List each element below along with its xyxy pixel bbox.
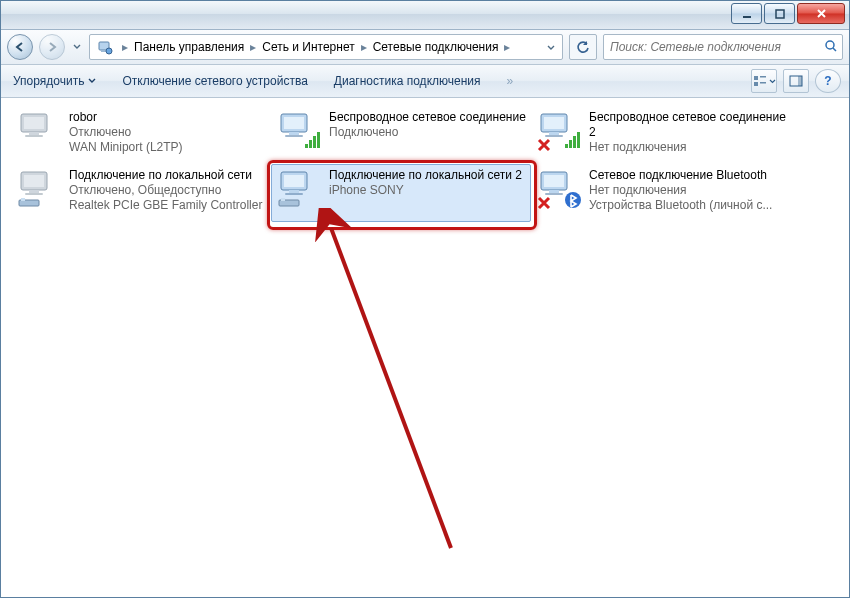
connection-item[interactable]: Беспроводное сетевое соединениеПодключен… [271, 106, 531, 164]
help-icon: ? [824, 74, 831, 88]
breadcrumb-separator: ▸ [500, 40, 514, 54]
forward-button[interactable] [39, 34, 65, 60]
breadcrumb-item-2[interactable]: Сетевые подключения [371, 40, 501, 54]
connection-item[interactable]: Сетевое подключение BluetoothНет подключ… [531, 164, 791, 222]
connection-status: Подключено [329, 125, 527, 140]
svg-rect-35 [25, 193, 43, 195]
back-button[interactable] [7, 34, 33, 60]
svg-rect-45 [544, 175, 564, 187]
maximize-icon [775, 9, 785, 19]
svg-rect-46 [549, 190, 559, 193]
svg-rect-47 [545, 193, 563, 195]
connection-text: Беспроводное сетевое соединение 2Нет под… [589, 110, 787, 155]
help-button[interactable]: ? [815, 69, 841, 93]
address-bar[interactable]: ▸ Панель управления ▸ Сеть и Интернет ▸ … [89, 34, 563, 60]
preview-pane-button[interactable] [783, 69, 809, 93]
search-box[interactable] [603, 34, 843, 60]
svg-rect-14 [29, 132, 39, 135]
explorer-window: ▸ Панель управления ▸ Сеть и Интернет ▸ … [0, 0, 850, 598]
breadcrumb-separator: ▸ [246, 40, 260, 54]
preview-pane-icon [789, 75, 803, 87]
breadcrumb-separator: ▸ [357, 40, 371, 54]
svg-rect-27 [545, 135, 563, 137]
svg-rect-6 [754, 76, 758, 80]
svg-rect-17 [284, 117, 304, 129]
chevron-down-icon [73, 44, 81, 50]
chevron-down-icon [547, 45, 555, 51]
disable-device-label: Отключение сетевого устройства [122, 74, 307, 88]
svg-rect-33 [24, 175, 44, 187]
svg-rect-18 [289, 132, 299, 135]
connection-name: robor [69, 110, 267, 125]
svg-rect-39 [284, 175, 304, 187]
svg-rect-11 [798, 76, 802, 86]
connection-text: Сетевое подключение BluetoothНет подключ… [589, 168, 787, 213]
connection-text: Подключение по локальной сетиОтключено, … [69, 168, 267, 213]
chevron-down-icon [769, 79, 776, 84]
arrow-left-icon [14, 41, 26, 53]
connection-device: iPhone SONY [329, 183, 527, 198]
connection-status: Нет подключения [589, 183, 787, 198]
svg-rect-40 [289, 190, 299, 193]
connection-name: Подключение по локальной сети [69, 168, 267, 183]
view-options-button[interactable] [751, 69, 777, 93]
svg-rect-23 [317, 132, 320, 148]
svg-rect-19 [285, 135, 303, 137]
connection-text: Беспроводное сетевое соединениеПодключен… [329, 110, 527, 140]
network-icon [275, 168, 323, 212]
svg-rect-29 [569, 140, 572, 148]
breadcrumb-separator: ▸ [118, 40, 132, 54]
network-icon [535, 110, 583, 154]
overflow-label: » [507, 74, 514, 88]
connection-item[interactable]: Подключение по локальной сетиОтключено, … [11, 164, 271, 222]
connection-name: Беспроводное сетевое соединение [329, 110, 527, 125]
svg-rect-25 [544, 117, 564, 129]
svg-rect-15 [25, 135, 43, 137]
command-bar: Упорядочить Отключение сетевого устройст… [1, 65, 849, 98]
diagnose-button[interactable]: Диагностика подключения [330, 72, 485, 90]
svg-rect-20 [305, 144, 308, 148]
toolbar-overflow[interactable]: » [503, 72, 518, 90]
connection-item[interactable]: Подключение по локальной сети 2iPhone SO… [271, 164, 531, 222]
breadcrumb-item-1[interactable]: Сеть и Интернет [260, 40, 356, 54]
svg-rect-7 [760, 76, 766, 78]
arrow-right-icon [46, 41, 58, 53]
svg-rect-37 [21, 198, 25, 201]
search-icon [824, 39, 838, 56]
connection-device: Realtek PCIe GBE Family Controller [69, 198, 267, 213]
organize-menu[interactable]: Упорядочить [9, 72, 100, 90]
svg-point-5 [826, 41, 834, 49]
connection-text: roborОтключеноWAN Miniport (L2TP) [69, 110, 267, 155]
disable-device-button[interactable]: Отключение сетевого устройства [118, 72, 311, 90]
svg-rect-31 [577, 132, 580, 148]
diagnose-label: Диагностика подключения [334, 74, 481, 88]
history-dropdown[interactable] [71, 35, 83, 59]
network-icon [275, 110, 323, 154]
minimize-icon [742, 9, 752, 19]
connection-item[interactable]: Беспроводное сетевое соединение 2Нет под… [531, 106, 791, 164]
breadcrumb-item-0[interactable]: Панель управления [132, 40, 246, 54]
maximize-button[interactable] [764, 3, 795, 24]
connection-name: Беспроводное сетевое соединение 2 [589, 110, 787, 140]
connection-item[interactable]: roborОтключеноWAN Miniport (L2TP) [11, 106, 271, 164]
svg-rect-41 [285, 193, 303, 195]
connection-status: Отключено, Общедоступно [69, 183, 267, 198]
network-icon [15, 168, 63, 212]
close-icon [816, 8, 827, 19]
svg-rect-30 [573, 136, 576, 148]
close-button[interactable] [797, 3, 845, 24]
svg-rect-28 [565, 144, 568, 148]
refresh-button[interactable] [569, 34, 597, 60]
address-dropdown[interactable] [542, 40, 560, 54]
svg-rect-8 [754, 82, 758, 86]
svg-rect-21 [309, 140, 312, 148]
connections-view: roborОтключеноWAN Miniport (L2TP) Беспро… [1, 98, 849, 230]
refresh-icon [576, 40, 590, 54]
connection-name: Подключение по локальной сети 2 [329, 168, 527, 183]
svg-rect-13 [24, 117, 44, 129]
minimize-button[interactable] [731, 3, 762, 24]
network-icon [535, 168, 583, 212]
search-input[interactable] [608, 39, 824, 55]
network-folder-icon [96, 38, 114, 56]
svg-point-4 [106, 48, 112, 54]
